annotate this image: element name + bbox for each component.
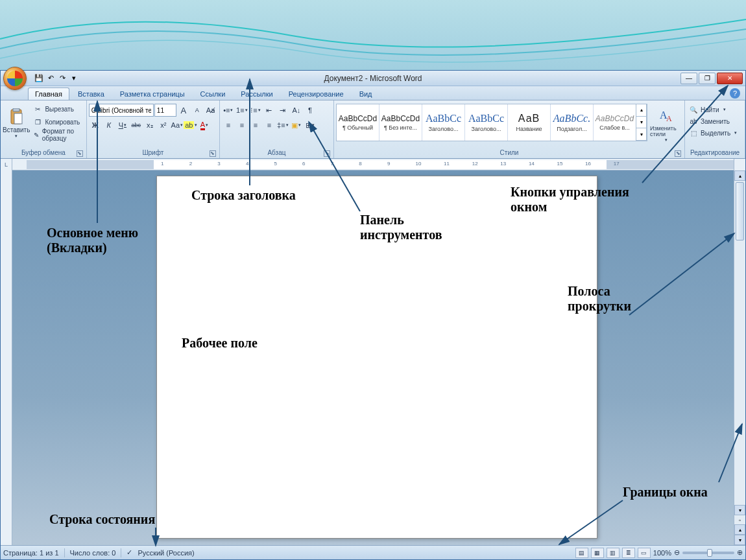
scroll-track[interactable] [734, 242, 745, 505]
superscript-button[interactable]: x² [157, 119, 170, 132]
font-name-select[interactable] [89, 104, 154, 117]
scroll-thumb[interactable] [736, 182, 744, 240]
shrink-font-button[interactable]: A [191, 104, 204, 117]
undo-icon[interactable]: ↶ [46, 74, 55, 83]
title-bar: 💾 ↶ ↷ ▾ Документ2 - Microsoft Word — ❐ ✕ [1, 71, 745, 86]
change-styles-button[interactable]: AA Изменить стили ▾ [650, 104, 682, 146]
sort-button[interactable]: A↓ [290, 104, 303, 117]
tab-insert[interactable]: Вставка [71, 88, 112, 100]
tab-page-layout[interactable]: Разметка страницы [113, 88, 192, 100]
highlight-button[interactable]: ab [184, 119, 197, 132]
tab-view[interactable]: Вид [352, 88, 379, 100]
replace-button[interactable]: abЗаменить [687, 115, 732, 127]
font-launcher[interactable]: ⬊ [210, 150, 216, 157]
select-label: Выделить [701, 130, 730, 137]
draft-view-button[interactable]: ▭ [638, 548, 651, 558]
print-layout-view-button[interactable]: ▤ [575, 548, 588, 558]
align-center-button[interactable]: ≡ [235, 119, 248, 132]
qat-customize-icon[interactable]: ▾ [69, 74, 78, 83]
tab-references[interactable]: Ссылки [193, 88, 233, 100]
status-page[interactable]: Страница: 1 из 1 [3, 549, 59, 557]
align-right-icon: ≡ [254, 121, 258, 129]
italic-button[interactable]: К [102, 119, 115, 132]
minimize-button[interactable]: — [680, 73, 697, 84]
ruler-toggle[interactable] [734, 159, 745, 170]
tab-home[interactable]: Главная [28, 88, 69, 100]
style-heading2[interactable]: AaBbCcЗаголово... [465, 104, 508, 141]
style-heading1[interactable]: AaBbCcЗаголово... [422, 104, 465, 141]
styles-launcher[interactable]: ⬊ [675, 150, 681, 157]
zoom-level[interactable]: 100% [653, 549, 671, 557]
help-icon[interactable]: ? [730, 88, 740, 99]
multilevel-icon: ⁝≡ [250, 106, 257, 115]
tab-review[interactable]: Рецензирование [282, 88, 351, 100]
underline-button[interactable]: Ч [116, 119, 129, 132]
format-painter-label: Формат по образцу [42, 128, 81, 142]
sort-icon: A↓ [292, 106, 300, 114]
style-normal[interactable]: AaBbCcDd¶ Обычный [337, 104, 379, 141]
group-styles: AaBbCcDd¶ Обычный AaBbCcDd¶ Без инте... … [334, 100, 685, 158]
copy-button[interactable]: ❐Копировать [31, 116, 82, 128]
status-language[interactable]: Русский (Россия) [138, 549, 194, 557]
bullets-button[interactable]: •≡ [222, 104, 235, 117]
line-spacing-button[interactable]: ‡≡ [276, 119, 289, 132]
clear-format-button[interactable]: Aa̸ [204, 104, 217, 117]
decrease-indent-button[interactable]: ⇤ [263, 104, 276, 117]
find-icon: 🔍 [689, 105, 698, 114]
scroll-down-icon[interactable]: ▾ [734, 505, 745, 515]
close-button[interactable]: ✕ [717, 73, 743, 84]
bold-button[interactable]: Ж [89, 119, 102, 132]
outline-view-button[interactable]: ≣ [622, 548, 635, 558]
zoom-slider[interactable] [682, 552, 734, 554]
zoom-in-button[interactable]: ⊕ [737, 548, 743, 557]
borders-button[interactable]: ⊞ [304, 119, 317, 132]
status-word-count[interactable]: Число слов: 0 [70, 549, 116, 557]
increase-indent-button[interactable]: ⇥ [276, 104, 289, 117]
ruler-vertical[interactable] [1, 170, 12, 545]
zoom-out-button[interactable]: ⊖ [674, 548, 680, 557]
strike-button[interactable]: abc [130, 119, 143, 132]
save-icon[interactable]: 💾 [34, 74, 43, 83]
paragraph-launcher[interactable]: ⬊ [324, 150, 330, 157]
justify-icon: ≡ [267, 121, 271, 129]
multilevel-button[interactable]: ⁝≡ [249, 104, 262, 117]
align-right-button[interactable]: ≡ [249, 119, 262, 132]
prev-page-icon[interactable]: ▴ [734, 524, 745, 535]
font-color-button[interactable]: A [198, 119, 211, 132]
scroll-up-icon[interactable]: ▴ [734, 170, 745, 181]
change-case-button[interactable]: Aa [171, 119, 184, 132]
font-size-select[interactable] [154, 104, 176, 117]
vertical-scrollbar[interactable]: ▴ ▾ ◦ ▴ ▾ [734, 170, 745, 545]
style-subtle[interactable]: AaBbCcDdСлабое в... [594, 104, 636, 141]
paste-button[interactable]: Вставить ▾ [3, 102, 30, 145]
cut-button[interactable]: ✂Вырезать [31, 103, 82, 115]
show-marks-button[interactable]: ¶ [304, 104, 317, 117]
select-icon: ⬚ [689, 128, 698, 137]
shading-button[interactable]: ▣ [290, 119, 303, 132]
align-left-button[interactable]: ≡ [222, 119, 235, 132]
style-title[interactable]: АаВНазвание [508, 104, 551, 141]
maximize-button[interactable]: ❐ [699, 73, 716, 84]
clipboard-launcher[interactable]: ⬊ [77, 150, 83, 157]
browse-object-icon[interactable]: ◦ [734, 515, 745, 524]
format-painter-button[interactable]: ✎Формат по образцу [31, 129, 82, 141]
spacing-icon: ‡≡ [277, 121, 285, 129]
select-button[interactable]: ⬚Выделить▾ [687, 127, 739, 139]
web-layout-view-button[interactable]: ▥ [607, 548, 620, 558]
redo-icon[interactable]: ↷ [58, 74, 67, 83]
find-button[interactable]: 🔍Найти▾ [687, 104, 728, 115]
subscript-button[interactable]: x₂ [143, 119, 156, 132]
office-button[interactable] [3, 67, 27, 90]
style-subtitle[interactable]: AaBbCc.Подзагол... [551, 104, 594, 141]
next-page-icon[interactable]: ▾ [734, 535, 745, 545]
grow-font-button[interactable]: A [177, 104, 190, 117]
tab-mailings[interactable]: Рассылки [234, 88, 280, 100]
numbering-button[interactable]: 1≡ [235, 104, 248, 117]
align-left-icon: ≡ [226, 121, 230, 129]
styles-scroll[interactable]: ▴▾▾ [636, 104, 647, 141]
style-no-spacing[interactable]: AaBbCcDd¶ Без инте... [379, 104, 422, 141]
ruler-horizontal[interactable]: 123 456 789 101112 131415 1617 [12, 159, 734, 170]
justify-button[interactable]: ≡ [263, 119, 276, 132]
full-screen-view-button[interactable]: ▦ [591, 548, 604, 558]
proofing-icon[interactable]: ✓ [126, 548, 132, 557]
